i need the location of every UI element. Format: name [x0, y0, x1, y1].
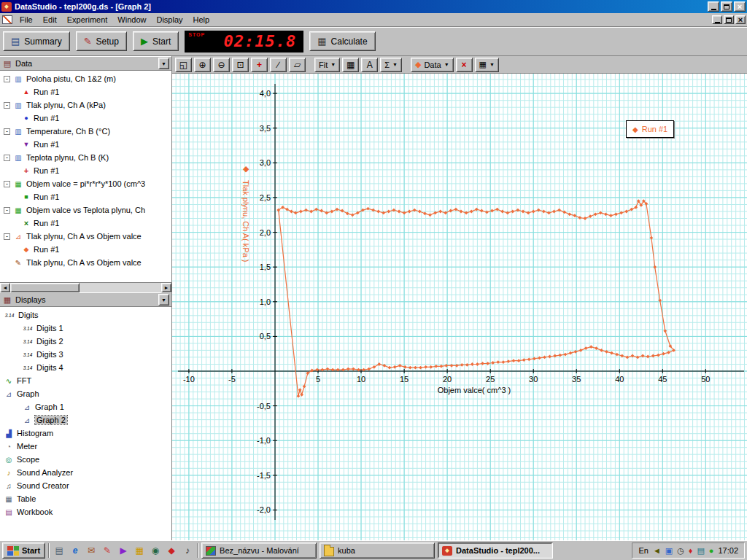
setup-button[interactable]: ✎ Setup [76, 31, 127, 51]
display-item-selected[interactable]: ⊿ Graph 2 [0, 413, 171, 427]
display-item[interactable]: ▤ Workbook [0, 505, 171, 518]
data-dropdown-button[interactable]: ◆ Data ▼ [411, 58, 454, 72]
calculator-button[interactable]: ▦ [342, 58, 359, 72]
display-item[interactable]: 3.14 Digits 2 [0, 335, 171, 348]
display-item[interactable]: ◔ Meter [0, 440, 171, 453]
tray-display-icon[interactable]: ▣ [665, 546, 673, 556]
scroll-right-button[interactable]: ► [161, 283, 171, 292]
data-item[interactable]: ▦ Objem valce = pi*r*r*y*100 (cm^3 [0, 177, 171, 190]
mdi-close-button[interactable]: × [735, 15, 746, 24]
run-item[interactable]: ▼ Run #1 [0, 138, 171, 151]
data-tree-hscrollbar[interactable]: ◄ ► [0, 282, 171, 292]
scroll-left-button[interactable]: ◄ [0, 283, 10, 292]
close-button[interactable]: × [734, 1, 746, 12]
y-axis-title[interactable]: Tlak plynu, Ch A( kPa ) [241, 180, 250, 262]
quick-launch-reader-icon[interactable]: ◆ [165, 544, 178, 557]
collapse-icon[interactable] [4, 102, 10, 109]
display-item[interactable]: ∿ FFT [0, 374, 171, 387]
quick-launch-paint-icon[interactable]: ✎ [101, 544, 114, 557]
run-item[interactable]: ▲ Run #1 [0, 85, 171, 98]
collapse-icon[interactable] [4, 76, 10, 82]
display-item[interactable]: 3.14 Digits [0, 308, 171, 322]
calculate-button[interactable]: ▦ Calculate [309, 31, 375, 51]
data-item[interactable]: ▦ Objem valce vs Teplota plynu, Ch [0, 203, 171, 217]
text-tool-button[interactable]: A [361, 58, 378, 72]
collapse-icon[interactable] [4, 207, 10, 214]
quick-launch-show-desktop-icon[interactable]: ▤ [53, 544, 66, 557]
quick-launch-mail-icon[interactable]: ✉ [85, 544, 98, 557]
mdi-child-icon[interactable] [2, 15, 12, 24]
run-item[interactable]: ● Run #1 [0, 112, 171, 125]
restore-button[interactable] [721, 1, 732, 12]
mdi-minimize-button[interactable] [712, 15, 722, 24]
run-item[interactable]: + Run #1 [0, 164, 171, 177]
quick-launch-media-icon[interactable]: ▶ [117, 544, 130, 557]
menu-experiment[interactable]: Experiment [62, 14, 113, 26]
menu-help[interactable]: Help [188, 14, 215, 26]
collapse-icon[interactable] [4, 233, 10, 240]
note-tool-button[interactable]: ▱ [289, 58, 306, 72]
menu-edit[interactable]: Edit [38, 14, 62, 26]
start-button[interactable]: ▶ Start [133, 31, 179, 51]
tray-network-icon[interactable]: ▤ [697, 546, 704, 556]
display-item[interactable]: 3.14 Digits 4 [0, 361, 171, 374]
display-item[interactable]: ♪ Sound Analyzer [0, 466, 171, 479]
display-item[interactable]: 3.14 Digits 3 [0, 348, 171, 361]
app-icon[interactable] [1, 2, 12, 12]
zoom-in-button[interactable]: ⊕ [194, 58, 211, 72]
tray-updater-icon[interactable]: ● [709, 546, 714, 555]
zoom-out-button[interactable]: ⊖ [213, 58, 230, 72]
start-menu-button[interactable]: Start [2, 542, 45, 559]
quick-launch-explorer-icon[interactable]: ▦ [133, 544, 146, 557]
display-item[interactable]: ◎ Scope [0, 453, 171, 466]
x-axis-title[interactable]: Objem valce( cm^3 ) [401, 386, 547, 394]
quick-launch-ie-icon[interactable]: e [69, 544, 82, 557]
data-item[interactable]: ▥ Temperature, Ch B (°C) [0, 125, 171, 138]
smart-tool-button[interactable]: + [251, 58, 268, 72]
scale-to-fit-button[interactable]: ◱ [175, 58, 192, 72]
tray-scheduler-icon[interactable]: ◷ [677, 546, 684, 556]
graph-settings-button[interactable]: ▦ ▼ [475, 58, 499, 72]
task-button-folder[interactable]: kuba [320, 542, 435, 559]
collapse-icon[interactable] [4, 181, 10, 187]
data-item[interactable]: ⊿ Tlak plynu, Ch A vs Objem valce [0, 230, 171, 243]
graph-plot[interactable]: -10-551015202530354045504,03,53,02,52,01… [172, 74, 747, 540]
display-item[interactable]: ♫ Sound Creator [0, 479, 171, 492]
display-item[interactable]: ⊿ Graph 1 [0, 400, 171, 413]
menu-display[interactable]: Display [151, 14, 187, 26]
tray-volume-icon[interactable]: ◄ [653, 546, 661, 555]
data-item[interactable]: ▥ Poloha pistu, Ch 1&2 (m) [0, 72, 171, 85]
quick-launch-music-icon[interactable]: ♪ [181, 544, 194, 557]
graph-legend[interactable]: ◆ Run #1 [626, 120, 674, 138]
display-item[interactable]: ▟ Histogram [0, 427, 171, 440]
minimize-button[interactable] [708, 1, 719, 12]
run-item[interactable]: ■ Run #1 [0, 190, 171, 203]
language-indicator[interactable]: En [638, 546, 648, 555]
displays-panel-dropdown-button[interactable]: ▼ [158, 294, 169, 306]
summary-button[interactable]: ▤ Summary [3, 31, 70, 51]
fit-dropdown-button[interactable]: Fit ▼ [314, 58, 340, 72]
data-panel-dropdown-button[interactable]: ▼ [158, 58, 169, 69]
scrollbar-track[interactable] [80, 283, 161, 292]
scrollbar-thumb[interactable] [10, 283, 80, 292]
display-item[interactable]: ▦ Table [0, 492, 171, 505]
menu-file[interactable]: File [15, 14, 38, 26]
tray-antivirus-icon[interactable]: ♦ [689, 546, 693, 555]
run-item[interactable]: × Run #1 [0, 217, 171, 230]
statistics-dropdown-button[interactable]: Σ ▼ [380, 58, 402, 72]
quick-launch-browser-icon[interactable]: ◉ [149, 544, 162, 557]
delete-button[interactable]: × [456, 58, 473, 72]
data-item[interactable]: ▥ Tlak plynu, Ch A (kPa) [0, 98, 171, 112]
task-button-paint[interactable]: Bez_názvu - Malování [201, 542, 317, 559]
data-item[interactable]: ▥ Teplota plynu, Ch B (K) [0, 151, 171, 164]
task-button-datastudio[interactable]: DataStudio - tepl200... [438, 542, 553, 559]
slope-tool-button[interactable]: ∕ [270, 58, 287, 72]
display-item[interactable]: ⊿ Graph [0, 387, 171, 400]
data-item[interactable]: ✎ Tlak plynu, Ch A vs Objem valce [0, 256, 171, 269]
collapse-icon[interactable] [4, 155, 10, 161]
menu-window[interactable]: Window [112, 14, 151, 26]
run-item[interactable]: ◆ Run #1 [0, 243, 171, 256]
collapse-icon[interactable] [4, 128, 10, 135]
mdi-restore-button[interactable] [724, 15, 734, 24]
zoom-select-button[interactable]: ⊡ [232, 58, 249, 72]
